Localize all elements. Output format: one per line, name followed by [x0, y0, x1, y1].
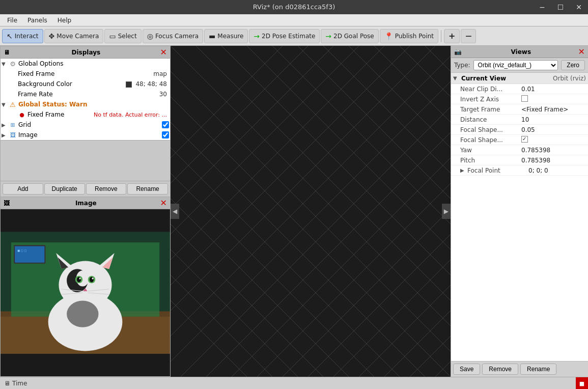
global-options-row[interactable]: ▼ ⚙ Global Options — [1, 59, 170, 69]
distance-label: Distance — [460, 116, 521, 123]
focal-shape2-label: Focal Shape... — [460, 136, 521, 144]
views-tree: ▼ Current View Orbit (rviz) Near Clip Di… — [451, 73, 588, 361]
zero-button[interactable]: Zero — [561, 60, 585, 70]
close-button[interactable]: ✕ — [570, 0, 588, 14]
status-fixed-frame-row[interactable]: ● Fixed Frame No tf data. Actual error: … — [1, 109, 170, 120]
tool-2d-goal[interactable]: → 2D Goal Pose — [321, 29, 378, 43]
invert-z-checkbox[interactable] — [521, 95, 528, 102]
remove-tool-button[interactable]: — — [461, 29, 476, 43]
image-toggle[interactable]: ▶ — [2, 132, 9, 138]
invert-z-row[interactable]: Invert Z Axis — [451, 94, 588, 104]
focal-shape2-value — [521, 136, 586, 144]
window-title: RViz* (on d02861cca5f3) — [253, 0, 335, 14]
grid-row[interactable]: ▶ ⊞ Grid — [1, 120, 170, 130]
viewport-arrow-right[interactable]: ▶ — [442, 204, 451, 219]
main-content: 🖥 Displays ✕ ▼ ⚙ Global Options Fixed Fr… — [0, 46, 588, 377]
duplicate-button[interactable]: Duplicate — [44, 183, 85, 194]
target-frame-row[interactable]: Target Frame <Fixed Frame> — [451, 104, 588, 115]
image-row[interactable]: ▶ 🖼 Image — [1, 130, 170, 140]
yaw-value: 0.785398 — [521, 147, 586, 154]
viewport-arrow-left[interactable]: ◀ — [171, 204, 179, 219]
views-type-select[interactable]: Orbit (rviz_default_) — [473, 60, 558, 70]
center-viewport[interactable]: ◀ ▶ — [171, 46, 451, 377]
global-options-toggle[interactable]: ▼ — [2, 61, 9, 67]
add-button[interactable]: Add — [3, 183, 43, 194]
add-tool-button[interactable]: + — [444, 29, 460, 43]
global-status-label: Global Status: Warn — [18, 101, 169, 108]
views-close-button[interactable]: ✕ — [578, 47, 585, 57]
image-panel-title: Image — [75, 200, 97, 207]
rename-button[interactable]: Rename — [127, 183, 168, 194]
svg-point-25 — [67, 301, 98, 327]
yaw-row[interactable]: Yaw 0.785398 — [451, 145, 588, 155]
pitch-row[interactable]: Pitch 0.785398 — [451, 155, 588, 165]
invert-z-value — [521, 95, 586, 103]
focal-point-row[interactable]: ▶ Focal Point 0; 0; 0 — [451, 165, 588, 176]
invert-z-label: Invert Z Axis — [460, 96, 521, 103]
menu-panels[interactable]: Panels — [22, 16, 52, 25]
near-clip-value: 0.01 — [521, 86, 586, 93]
views-type-row: Type: Orbit (rviz_default_) Zero — [451, 58, 588, 73]
menu-help[interactable]: Help — [52, 16, 76, 25]
focal-shape2-checkbox[interactable] — [521, 136, 528, 143]
select-icon: ▭ — [109, 32, 116, 40]
tool-2d-pose[interactable]: → 2D Pose Estimate — [249, 29, 320, 43]
toolbar: ↖ Interact ✥ Move Camera ▭ Select ◎ Focu… — [0, 26, 588, 46]
displays-remove-button[interactable]: Remove — [86, 183, 127, 194]
fixed-frame-value: map — [153, 70, 169, 77]
displays-close-button[interactable]: ✕ — [160, 47, 167, 57]
fixed-frame-row[interactable]: Fixed Frame map — [1, 69, 170, 79]
status-label: Time — [12, 380, 27, 387]
views-header: 📷 Views ✕ — [451, 46, 588, 58]
distance-row[interactable]: Distance 10 — [451, 115, 588, 125]
image-panel-header: 🖼 Image ✕ — [1, 197, 170, 209]
svg-point-24 — [88, 330, 115, 345]
focal-shape1-label: Focal Shape... — [460, 126, 521, 133]
frame-rate-value: 30 — [159, 91, 169, 98]
image-checkbox[interactable] — [162, 131, 169, 138]
svg-point-15 — [90, 277, 94, 282]
grid-toggle[interactable]: ▶ — [2, 122, 9, 128]
views-rename-button[interactable]: Rename — [520, 364, 556, 375]
tool-measure[interactable]: ▬ Measure — [204, 29, 248, 43]
global-status-toggle[interactable]: ▼ — [2, 102, 9, 107]
tool-interact-label: Interact — [15, 33, 39, 40]
maximize-button[interactable]: ☐ — [551, 0, 570, 14]
minimize-button[interactable]: − — [533, 0, 551, 14]
tool-select[interactable]: ▭ Select — [104, 29, 141, 43]
frame-rate-label: Frame Rate — [18, 91, 159, 98]
tool-interact[interactable]: ↖ Interact — [2, 29, 43, 43]
focal-shape1-row[interactable]: Focal Shape... 0.05 — [451, 125, 588, 135]
tool-focus-camera[interactable]: ◎ Focus Camera — [143, 29, 203, 43]
bg-color-row[interactable]: Background Color 48; 48; 48 — [1, 79, 170, 89]
views-save-button[interactable]: Save — [453, 364, 480, 375]
status-red-button[interactable]: ■ — [576, 377, 588, 389]
grid-icon: ⊞ — [9, 121, 17, 129]
focal-shape1-value: 0.05 — [521, 126, 586, 133]
tool-publish-point[interactable]: 📍 Publish Point — [380, 29, 438, 43]
bg-color-label: Background Color — [18, 80, 126, 88]
current-view-toggle[interactable]: ▼ — [453, 75, 460, 81]
svg-point-23 — [56, 330, 82, 345]
pitch-value: 0.785398 — [521, 157, 586, 164]
grid-checkbox[interactable] — [162, 121, 169, 128]
image-panel-close[interactable]: ✕ — [160, 198, 167, 208]
interact-icon: ↖ — [7, 32, 13, 40]
menu-file[interactable]: File — [2, 16, 22, 25]
frame-rate-row[interactable]: Frame Rate 30 — [1, 89, 170, 99]
focal-point-toggle[interactable]: ▶ — [460, 168, 467, 173]
image-panel: 🖼 Image ✕ — [0, 197, 171, 377]
global-status-row[interactable]: ▼ ⚠ Global Status: Warn — [1, 99, 170, 109]
views-remove-button[interactable]: Remove — [482, 364, 518, 375]
tool-move-camera[interactable]: ✥ Move Camera — [44, 29, 104, 43]
grid-label: Grid — [18, 121, 162, 128]
views-panel: 📷 Views ✕ Type: Orbit (rviz_default_) Ze… — [451, 46, 588, 377]
pitch-label: Pitch — [460, 157, 521, 164]
focal-shape2-row[interactable]: Focal Shape... — [451, 135, 588, 145]
current-view-header[interactable]: ▼ Current View Orbit (rviz) — [451, 73, 588, 84]
near-clip-row[interactable]: Near Clip Di... 0.01 — [451, 84, 588, 94]
views-panel-title: Views — [511, 48, 531, 55]
views-type-label: Type: — [454, 62, 470, 69]
displays-buttons: Add Duplicate Remove Rename — [0, 181, 171, 197]
orbit-label: Orbit (rviz) — [553, 75, 586, 82]
